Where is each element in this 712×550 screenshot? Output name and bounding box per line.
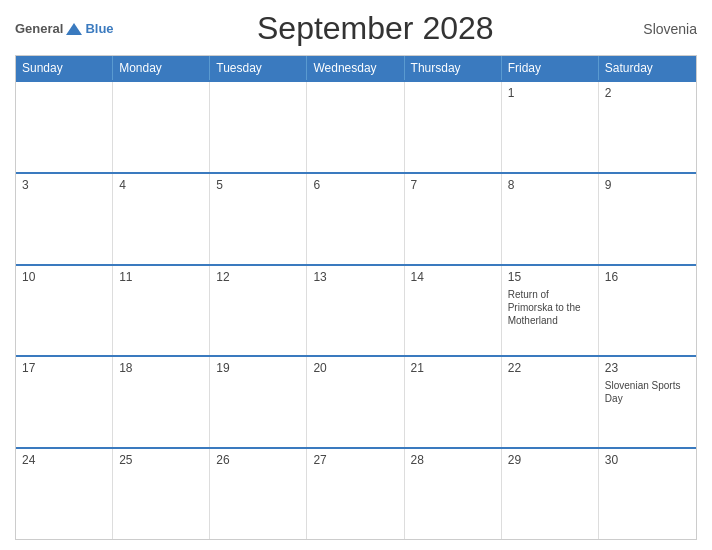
cal-cell-r0-c2 (210, 82, 307, 172)
cal-cell-r3-c0: 17 (16, 357, 113, 447)
day-number-25: 25 (119, 453, 203, 467)
calendar-page: General Blue September 2028 Slovenia Sun… (0, 0, 712, 550)
cal-cell-r3-c2: 19 (210, 357, 307, 447)
header-thursday: Thursday (405, 56, 502, 80)
cal-cell-r0-c1 (113, 82, 210, 172)
day-number-5: 5 (216, 178, 300, 192)
cal-cell-r2-c5: 15Return of Primorska to the Motherland (502, 266, 599, 356)
header-wednesday: Wednesday (307, 56, 404, 80)
cal-cell-r4-c6: 30 (599, 449, 696, 539)
cal-cell-r4-c5: 29 (502, 449, 599, 539)
cal-row-4: 24252627282930 (16, 447, 696, 539)
header-monday: Monday (113, 56, 210, 80)
day-number-15: 15 (508, 270, 592, 284)
calendar-body: 123456789101112131415Return of Primorska… (16, 80, 696, 539)
day-number-21: 21 (411, 361, 495, 375)
day-number-22: 22 (508, 361, 592, 375)
cal-row-0: 12 (16, 80, 696, 172)
day-number-18: 18 (119, 361, 203, 375)
day-number-10: 10 (22, 270, 106, 284)
cal-cell-r2-c2: 12 (210, 266, 307, 356)
cal-row-2: 101112131415Return of Primorska to the M… (16, 264, 696, 356)
day-number-17: 17 (22, 361, 106, 375)
cal-cell-r3-c6: 23Slovenian Sports Day (599, 357, 696, 447)
day-number-14: 14 (411, 270, 495, 284)
event-text-23: Slovenian Sports Day (605, 379, 690, 405)
header-sunday: Sunday (16, 56, 113, 80)
cal-cell-r3-c1: 18 (113, 357, 210, 447)
day-number-12: 12 (216, 270, 300, 284)
svg-marker-0 (66, 23, 82, 35)
cal-cell-r1-c4: 7 (405, 174, 502, 264)
day-number-20: 20 (313, 361, 397, 375)
logo-blue-text: Blue (85, 21, 113, 36)
cal-cell-r2-c0: 10 (16, 266, 113, 356)
cal-cell-r2-c6: 16 (599, 266, 696, 356)
day-number-23: 23 (605, 361, 690, 375)
day-number-3: 3 (22, 178, 106, 192)
day-number-30: 30 (605, 453, 690, 467)
day-number-26: 26 (216, 453, 300, 467)
logo-general-text: General (15, 21, 63, 36)
header-friday: Friday (502, 56, 599, 80)
cal-cell-r3-c4: 21 (405, 357, 502, 447)
cal-cell-r4-c0: 24 (16, 449, 113, 539)
calendar-grid: Sunday Monday Tuesday Wednesday Thursday… (15, 55, 697, 540)
day-number-8: 8 (508, 178, 592, 192)
day-number-27: 27 (313, 453, 397, 467)
cal-cell-r2-c1: 11 (113, 266, 210, 356)
logo-icon (64, 21, 84, 37)
day-number-28: 28 (411, 453, 495, 467)
day-number-24: 24 (22, 453, 106, 467)
cal-cell-r0-c4 (405, 82, 502, 172)
cal-cell-r0-c6: 2 (599, 82, 696, 172)
cal-row-1: 3456789 (16, 172, 696, 264)
cal-cell-r3-c5: 22 (502, 357, 599, 447)
day-number-9: 9 (605, 178, 690, 192)
day-number-16: 16 (605, 270, 690, 284)
weekday-header-row: Sunday Monday Tuesday Wednesday Thursday… (16, 56, 696, 80)
cal-cell-r4-c4: 28 (405, 449, 502, 539)
day-number-7: 7 (411, 178, 495, 192)
cal-cell-r2-c4: 14 (405, 266, 502, 356)
day-number-6: 6 (313, 178, 397, 192)
cal-cell-r0-c0 (16, 82, 113, 172)
header-saturday: Saturday (599, 56, 696, 80)
day-number-4: 4 (119, 178, 203, 192)
cal-cell-r0-c5: 1 (502, 82, 599, 172)
header-tuesday: Tuesday (210, 56, 307, 80)
cal-row-3: 17181920212223Slovenian Sports Day (16, 355, 696, 447)
day-number-13: 13 (313, 270, 397, 284)
day-number-19: 19 (216, 361, 300, 375)
day-number-2: 2 (605, 86, 690, 100)
day-number-11: 11 (119, 270, 203, 284)
cal-cell-r1-c2: 5 (210, 174, 307, 264)
cal-cell-r3-c3: 20 (307, 357, 404, 447)
event-text-15: Return of Primorska to the Motherland (508, 288, 592, 327)
cal-cell-r1-c5: 8 (502, 174, 599, 264)
cal-cell-r1-c6: 9 (599, 174, 696, 264)
logo: General Blue (15, 21, 114, 37)
cal-cell-r4-c2: 26 (210, 449, 307, 539)
day-number-29: 29 (508, 453, 592, 467)
cal-cell-r1-c1: 4 (113, 174, 210, 264)
country-label: Slovenia (637, 21, 697, 37)
cal-cell-r0-c3 (307, 82, 404, 172)
day-number-1: 1 (508, 86, 592, 100)
cal-cell-r4-c1: 25 (113, 449, 210, 539)
calendar-title: September 2028 (114, 10, 637, 47)
cal-cell-r2-c3: 13 (307, 266, 404, 356)
cal-cell-r1-c0: 3 (16, 174, 113, 264)
cal-cell-r4-c3: 27 (307, 449, 404, 539)
cal-cell-r1-c3: 6 (307, 174, 404, 264)
page-header: General Blue September 2028 Slovenia (15, 10, 697, 47)
